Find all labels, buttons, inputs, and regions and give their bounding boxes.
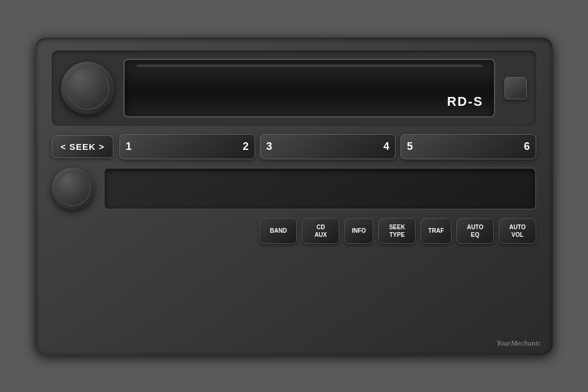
top-section: RD-S [52,51,536,126]
cassette-row [52,167,536,210]
seek-preset-row: < SEEK > 1 2 3 4 5 6 [52,134,536,159]
preset-label-2: 2 [243,140,249,153]
preset-label-1: 1 [126,140,132,153]
band-button[interactable]: BAND [259,218,297,244]
preset-btn-1-2[interactable]: 1 2 [119,134,255,159]
auto-eq-line2: EQ [471,232,479,238]
tuner-knob[interactable] [52,167,94,210]
preset-btn-3-4[interactable]: 3 4 [260,134,396,159]
preset-label-5: 5 [407,140,413,153]
auto-eq-line1: AUTO [467,224,483,230]
cd-aux-button[interactable]: CD AUX [302,218,339,244]
auto-vol-line2: VOL [512,232,524,238]
band-label: BAND [270,227,287,234]
cassette-slot [103,167,536,210]
cd-aux-line1: CD [316,224,325,230]
seek-button[interactable]: < SEEK > [52,135,113,158]
auto-vol-button[interactable]: AUTO VOL [499,218,536,244]
cd-aux-line2: AUX [315,232,327,238]
volume-knob[interactable] [61,62,114,115]
radio-unit: RD-S < SEEK > 1 2 3 4 5 6 BAND [35,38,553,355]
auto-vol-line1: AUTO [509,224,526,230]
seek-type-line1: SEEK [389,224,405,230]
preset-btn-5-6[interactable]: 5 6 [400,134,536,159]
auto-eq-button[interactable]: AUTO EQ [456,218,494,244]
seek-type-button[interactable]: SEEK TYPE [378,218,416,244]
display-text: RD-S [447,94,483,109]
traf-button[interactable]: TRAF [420,218,452,244]
traf-label: TRAF [428,227,444,234]
seek-type-line2: TYPE [389,232,405,238]
brand-logo: YourMechanic [497,339,541,348]
preset-label-6: 6 [524,140,530,153]
preset-label-4: 4 [383,140,389,153]
power-button[interactable] [505,77,527,99]
info-label: INFO [352,227,366,234]
info-button[interactable]: INFO [344,218,373,244]
preset-buttons: 1 2 3 4 5 6 [119,134,536,159]
radio-display: RD-S [123,59,495,118]
bottom-controls-row: BAND CD AUX INFO SEEK TYPE TRAF AUTO EQ … [52,218,536,244]
preset-label-3: 3 [266,140,272,153]
display-shine [125,60,494,88]
